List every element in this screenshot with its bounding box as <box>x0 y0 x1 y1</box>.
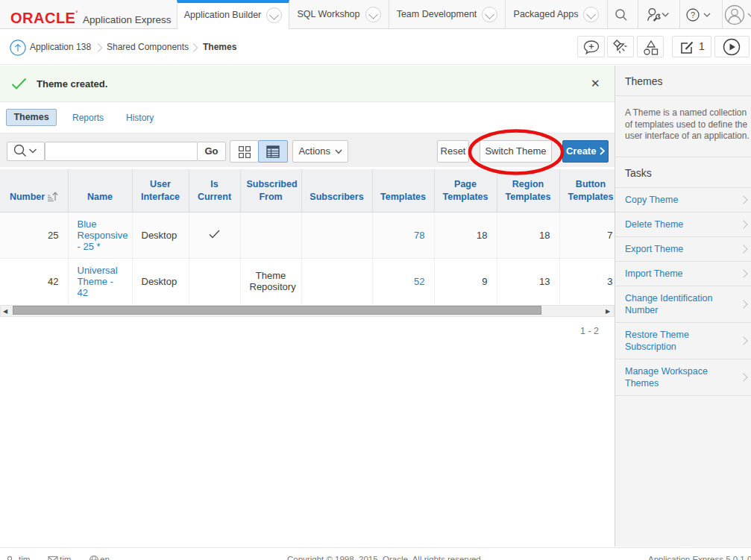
svg-text:?: ? <box>691 10 695 19</box>
